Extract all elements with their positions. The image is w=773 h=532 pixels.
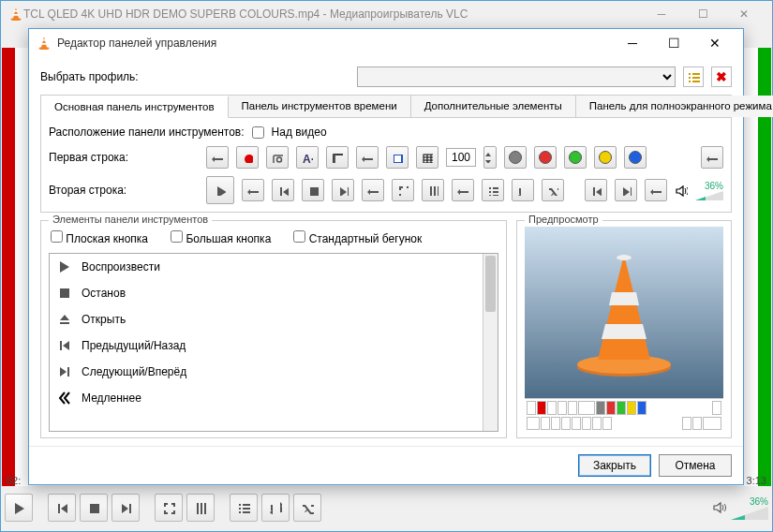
volume-percent: 36% [705, 181, 723, 191]
above-video-label: Над видео [272, 126, 327, 139]
volume-slider[interactable] [695, 191, 723, 200]
tv-button[interactable] [386, 146, 409, 169]
preview-image [525, 227, 723, 398]
scrollbar[interactable] [483, 254, 498, 431]
color-grey[interactable] [504, 146, 527, 169]
next-button[interactable] [332, 179, 354, 201]
main-close-button[interactable]: ✕ [723, 1, 765, 27]
spacer-icon[interactable] [206, 146, 229, 169]
snapshot-button[interactable] [266, 146, 289, 169]
speaker-icon[interactable] [712, 500, 727, 515]
skip-fwd-button[interactable] [615, 179, 637, 201]
line2-label: Вторая строка: [49, 184, 199, 197]
vlc-icon [8, 7, 23, 22]
play-button[interactable] [5, 494, 33, 522]
main-minimize-button[interactable]: ─ [641, 1, 682, 27]
toolbar-editor-dialog: Редактор панелей управления ─ ☐ ✕ Выбрат… [28, 28, 744, 485]
loop-button[interactable] [261, 494, 290, 522]
close-button[interactable]: Закрыть [578, 454, 651, 477]
color-blue[interactable] [624, 146, 647, 169]
list-item: Воспроизвести [50, 254, 498, 280]
dialog-maximize-button[interactable]: ☐ [653, 30, 694, 56]
frame-step-button[interactable] [326, 146, 349, 169]
fullscreen-button[interactable] [392, 179, 414, 201]
volume-slider[interactable] [731, 507, 768, 520]
svg-marker-17 [695, 197, 706, 200]
previous-button[interactable] [272, 179, 294, 201]
color-yellow[interactable] [594, 146, 617, 169]
tab-bar: Основная панель инструментов Панель инст… [40, 95, 732, 117]
spacer-icon[interactable] [356, 146, 379, 169]
spacer-icon[interactable] [452, 179, 474, 201]
main-window-title: TCL QLED 4K UHD HDR DEMO SUPERB COLOURS.… [23, 7, 468, 21]
tab-time-toolbar[interactable]: Панель инструментов времени [229, 96, 411, 117]
flat-button-option[interactable]: Плоская кнопка [51, 230, 148, 245]
previous-button[interactable] [48, 494, 76, 522]
ext-settings-button[interactable] [422, 179, 444, 201]
volume-percent: 36% [750, 496, 768, 507]
main-toolbar: 36% [5, 488, 768, 527]
dialog-titlebar[interactable]: Редактор панелей управления ─ ☐ ✕ [29, 29, 743, 57]
skip-back-button[interactable] [585, 179, 607, 201]
position-label: Расположение панели инструментов: [49, 126, 245, 139]
play-button[interactable] [206, 176, 234, 204]
record-button[interactable] [236, 146, 259, 169]
native-slider-option[interactable]: Стандартный бегунок [293, 230, 422, 245]
spacer-icon[interactable] [242, 179, 264, 201]
playlist-button[interactable] [230, 494, 258, 522]
elapsed-time[interactable]: 02: [7, 475, 21, 486]
delete-profile-button[interactable]: ✖ [711, 66, 732, 87]
stop-button[interactable] [302, 179, 324, 201]
ext-settings-button[interactable] [186, 494, 215, 522]
color-green[interactable] [564, 146, 587, 169]
svg-marker-15 [731, 515, 745, 520]
elements-legend: Элементы панели инструментов [49, 214, 212, 225]
preview-toolbar-mock [525, 398, 723, 432]
preview-legend: Предпросмотр [525, 214, 602, 225]
stop-button[interactable] [80, 494, 108, 522]
spin-buttons[interactable] [483, 146, 497, 169]
profile-select[interactable] [357, 66, 676, 87]
aspect-button[interactable] [416, 146, 439, 169]
next-button[interactable] [111, 494, 140, 522]
dialog-minimize-button[interactable]: ─ [612, 30, 653, 56]
profile-label: Выбрать профиль: [40, 70, 139, 83]
dialog-close-button[interactable]: ✕ [694, 30, 736, 56]
main-titlebar: TCL QLED 4K UHD HDR DEMO SUPERB COLOURS.… [1, 1, 772, 27]
svg-marker-14 [731, 507, 768, 520]
tab-main-toolbar[interactable]: Основная панель инструментов [41, 96, 229, 118]
atob-loop-button[interactable] [296, 146, 319, 169]
tabpage-main: Расположение панели инструментов: Над ви… [40, 117, 732, 213]
elements-group: Элементы панели инструментов Плоская кно… [40, 220, 507, 438]
spacer-icon[interactable] [362, 179, 384, 201]
zoom-spin[interactable] [446, 148, 476, 167]
big-button-option[interactable]: Большая кнопка [171, 230, 271, 245]
line1-label: Первая строка: [49, 151, 199, 164]
elements-list[interactable]: Воспроизвести Останов Открыть Предыдущий… [49, 253, 498, 432]
spacer-icon[interactable] [645, 179, 667, 201]
color-red[interactable] [534, 146, 557, 169]
vlc-icon [37, 36, 52, 51]
svg-point-20 [617, 255, 632, 260]
fullscreen-button[interactable] [155, 494, 183, 522]
list-item: Следующий/Вперёд [50, 359, 498, 385]
above-video-checkbox[interactable] [252, 126, 264, 139]
cancel-button[interactable]: Отмена [659, 454, 732, 477]
speaker-icon[interactable] [675, 184, 688, 197]
new-profile-button[interactable] [683, 66, 704, 87]
playlist-button[interactable] [482, 179, 504, 201]
preview-group: Предпросмотр [516, 220, 732, 438]
spacer-icon[interactable] [701, 146, 723, 169]
list-item: Останов [50, 280, 498, 306]
shuffle-button[interactable] [293, 494, 321, 522]
list-item: Медленнее [50, 385, 498, 411]
list-item: Открыть [50, 306, 498, 332]
loop-button[interactable] [512, 179, 534, 201]
main-maximize-button[interactable]: ☐ [682, 1, 723, 27]
shuffle-button[interactable] [542, 179, 564, 201]
list-item: Предыдущий/Назад [50, 332, 498, 359]
tab-advanced[interactable]: Дополнительные элементы [411, 96, 576, 117]
dialog-title: Редактор панелей управления [57, 37, 216, 50]
total-time[interactable]: 3:13 [747, 475, 766, 486]
tab-fullscreen[interactable]: Панель для полноэкранного режима [576, 96, 773, 117]
